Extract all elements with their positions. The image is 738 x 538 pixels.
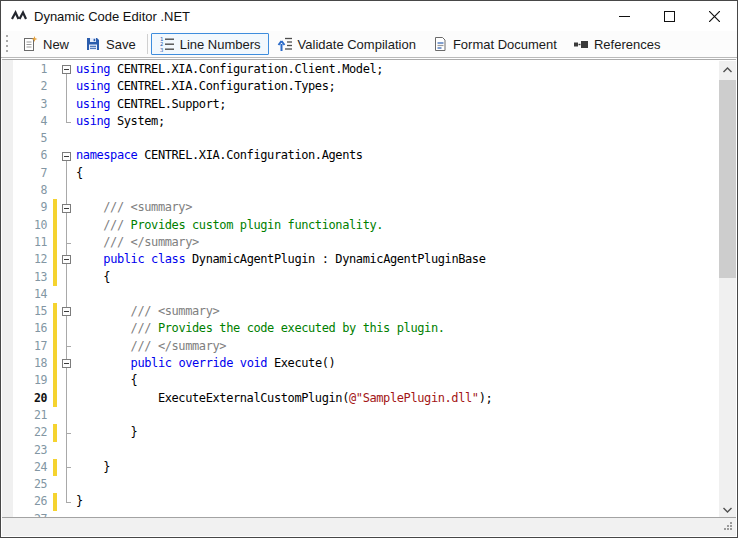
code-text[interactable]: namespace CENTREL.XIA.Configuration.Agen… [74,147,719,164]
vertical-scrollbar-thumb[interactable] [719,80,736,278]
code-line[interactable]: 15 /// <summary> [13,303,719,320]
fold-collapse-icon[interactable] [62,65,71,74]
code-line[interactable]: 13 { [13,269,719,286]
code-line[interactable]: 10 /// Provides custom plugin functional… [13,217,719,234]
code-text[interactable]: } [74,493,719,510]
vertical-scrollbar[interactable] [719,61,736,518]
format-document-icon [432,36,448,52]
code-line[interactable]: 6namespace CENTREL.XIA.Configuration.Age… [13,147,719,164]
validate-compilation-button[interactable]: Validate Compilation [269,33,424,55]
references-button[interactable]: References [565,33,668,55]
code-editor[interactable]: 1using CENTREL.XIA.Configuration.Client.… [2,59,736,518]
resize-grip[interactable] [722,522,732,532]
fold-collapse-icon[interactable] [62,307,71,316]
outlining-margin[interactable] [59,61,74,78]
outlining-margin [59,372,74,389]
code-text[interactable] [74,182,719,199]
code-text[interactable]: using System; [74,113,719,130]
fold-collapse-icon[interactable] [62,204,71,213]
code-line[interactable]: 3using CENTREL.Support; [13,96,719,113]
outlining-margin[interactable] [59,303,74,320]
code-text[interactable]: } [74,424,719,441]
line-number: 7 [13,165,53,182]
code-line[interactable]: 21 [13,407,719,424]
toolbar-grip-handle[interactable] [5,35,10,53]
code-area[interactable]: 1using CENTREL.XIA.Configuration.Client.… [13,61,719,518]
changed-line-bar [53,217,57,234]
line-numbers-toggle-button[interactable]: 1 2 3 Line Numbers [151,33,269,55]
changed-line-bar [53,303,57,320]
code-line[interactable]: 19 { [13,372,719,389]
code-text[interactable]: /// </summary> [74,234,719,251]
code-text[interactable] [74,286,719,303]
minimize-button[interactable] [602,1,647,31]
code-line[interactable]: 18 public override void Execute() [13,355,719,372]
code-text[interactable]: public override void Execute() [74,355,719,372]
code-line[interactable]: 5 [13,130,719,147]
title-bar[interactable]: Dynamic Code Editor .NET [1,1,737,31]
code-line[interactable]: 22 } [13,424,719,441]
code-line[interactable]: 8 [13,182,719,199]
code-line[interactable]: 20 ExecuteExternalCustomPlugin(@"SampleP… [13,390,719,407]
outlining-margin[interactable] [59,355,74,372]
code-line[interactable]: 26} [13,493,719,510]
changed-line-bar [53,355,57,372]
code-text[interactable]: /// Provides the code executed by this p… [74,320,719,337]
horizontal-scrollbar[interactable] [2,517,736,536]
line-number: 9 [13,199,53,216]
code-text[interactable]: /// </summary> [74,338,719,355]
save-button[interactable]: Save [77,33,144,55]
code-line[interactable]: 23 [13,442,719,459]
code-text[interactable]: /// Provides custom plugin functionality… [74,217,719,234]
code-line[interactable]: 24 } [13,459,719,476]
code-text[interactable] [74,442,719,459]
outlining-margin[interactable] [59,251,74,268]
code-text[interactable] [74,130,719,147]
code-text[interactable]: ExecuteExternalCustomPlugin(@"SamplePlug… [74,390,719,407]
code-line[interactable]: 17 /// </summary> [13,338,719,355]
code-text[interactable]: } [74,459,719,476]
code-line[interactable]: 11 /// </summary> [13,234,719,251]
code-text[interactable]: /// <summary> [74,199,719,216]
code-line[interactable]: 25 [13,476,719,493]
outlining-margin[interactable] [59,147,74,164]
changed-line-bar [53,320,57,337]
code-line[interactable]: 4using System; [13,113,719,130]
outlining-margin[interactable] [59,199,74,216]
code-text[interactable]: public class DynamicAgentPlugin : Dynami… [74,251,719,268]
line-number: 13 [13,269,53,286]
scroll-up-button[interactable] [719,61,736,78]
code-line[interactable]: 2using CENTREL.XIA.Configuration.Types; [13,78,719,95]
fold-collapse-icon[interactable] [62,359,71,368]
code-text[interactable]: { [74,165,719,182]
code-text[interactable]: using CENTREL.Support; [74,96,719,113]
line-number: 18 [13,355,53,372]
format-document-button-label: Format Document [453,37,557,52]
new-button[interactable]: New [14,33,77,55]
code-text[interactable]: using CENTREL.XIA.Configuration.Client.M… [74,61,719,78]
code-text[interactable]: { [74,372,719,389]
format-document-button[interactable]: Format Document [424,33,565,55]
code-line[interactable]: 16 /// Provides the code executed by thi… [13,320,719,337]
code-line[interactable]: 14 [13,286,719,303]
close-button[interactable] [692,1,737,31]
scroll-down-button[interactable] [719,501,736,518]
maximize-button[interactable] [647,1,692,31]
code-text[interactable]: { [74,269,719,286]
fold-collapse-icon[interactable] [62,152,71,161]
code-text[interactable] [74,407,719,424]
code-line[interactable]: 7{ [13,165,719,182]
code-text[interactable]: /// <summary> [74,303,719,320]
code-line[interactable]: 9 /// <summary> [13,199,719,216]
selection-margin [2,60,13,518]
outlining-margin [59,234,74,251]
fold-collapse-icon[interactable] [62,255,71,264]
code-line[interactable]: 1using CENTREL.XIA.Configuration.Client.… [13,61,719,78]
save-icon [85,36,101,52]
code-line[interactable]: 12 public class DynamicAgentPlugin : Dyn… [13,251,719,268]
changed-line-bar [53,251,57,268]
line-number: 3 [13,96,53,113]
code-text[interactable] [74,476,719,493]
code-text[interactable]: using CENTREL.XIA.Configuration.Types; [74,78,719,95]
line-number: 23 [13,442,53,459]
